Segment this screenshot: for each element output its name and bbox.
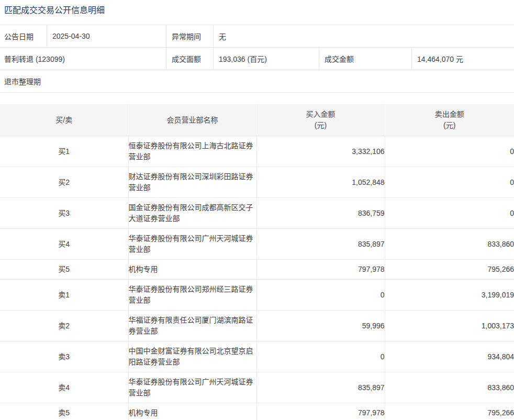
sell-amount: 0 bbox=[385, 136, 514, 167]
side-label: 卖4 bbox=[0, 372, 128, 403]
sell-amount: 934,804 bbox=[385, 341, 514, 372]
buy-amount: 0 bbox=[256, 341, 385, 372]
security-name: 普利转退 (123099) bbox=[0, 48, 166, 70]
table-row: 买5 机构专用 797,978 795,266 bbox=[0, 260, 514, 280]
table-row: 买2 财达证券股份有限公司深圳彩田路证券 营业部 1,052,848 0 bbox=[0, 167, 514, 198]
sell-amount: 833,860 bbox=[385, 372, 514, 403]
table-row: 买4 华泰证券股份有限公司广州天河城证券 营业部 835,897 833,860 bbox=[0, 229, 514, 260]
side-label: 买1 bbox=[0, 136, 128, 167]
side-label: 买2 bbox=[0, 167, 128, 198]
side-label: 买5 bbox=[0, 260, 128, 280]
side-label: 买3 bbox=[0, 198, 128, 229]
branch-name: 华泰证券股份有限公司广州天河城证券 营业部 bbox=[128, 372, 256, 403]
branch-name: 财达证券股份有限公司深圳彩田路证券 营业部 bbox=[128, 167, 256, 198]
col-header-buy-amount: 买入金额 (元) bbox=[256, 104, 385, 136]
buy-amount: 0 bbox=[256, 280, 385, 311]
face-amount-label: 成交面额 bbox=[166, 48, 214, 70]
buy-amount: 1,052,848 bbox=[256, 167, 385, 198]
side-label: 卖5 bbox=[0, 403, 128, 420]
side-label: 卖3 bbox=[0, 341, 128, 372]
buy-amount: 59,996 bbox=[256, 311, 385, 341]
branch-name: 机构专用 bbox=[128, 260, 256, 280]
buy-amount: 835,897 bbox=[256, 372, 385, 403]
branch-name: 中国中金财富证券有限公司北京望京启 阳路证券营业部 bbox=[128, 341, 256, 372]
table-row: 卖3 中国中金财富证券有限公司北京望京启 阳路证券营业部 0 934,804 bbox=[0, 341, 514, 372]
buy-amount: 3,332,106 bbox=[256, 136, 385, 167]
face-amount-value: 193,036 (百元) bbox=[214, 48, 319, 70]
table-row: 卖4 华泰证券股份有限公司广州天河城证券 营业部 835,897 833,860 bbox=[0, 372, 514, 403]
sell-amount: 1,003,173 bbox=[385, 311, 514, 341]
info-row-3: 退市整理期 bbox=[0, 70, 514, 93]
buy-amount: 835,897 bbox=[256, 229, 385, 260]
info-row-2: 普利转退 (123099) 成交面额 193,036 (百元) 成交金额 14,… bbox=[0, 48, 514, 70]
summary-info-grid: 公告日期 2025-04-30 异常期间 无 普利转退 (123099) 成交面… bbox=[0, 25, 514, 93]
announce-date-label: 公告日期 bbox=[0, 25, 47, 47]
branch-name: 华泰证券股份有限公司广州天河城证券 营业部 bbox=[128, 229, 256, 260]
abnormal-period-value: 无 bbox=[214, 31, 514, 41]
side-label: 卖1 bbox=[0, 280, 128, 311]
trade-detail-table: 买/卖 会员营业部名称 买入金额 (元) 卖出金额 (元) 买1 恒泰证券股份有… bbox=[0, 104, 514, 420]
branch-name: 华福证券有限责任公司厦门湖滨南路证 券营业部 bbox=[128, 311, 256, 341]
sell-amount: 795,266 bbox=[385, 260, 514, 280]
page-title: 匹配成交交易公开信息明细 bbox=[4, 5, 514, 16]
table-row: 卖1 华泰证券股份有限公司郑州经三路证券 营业部 0 3,199,019 bbox=[0, 280, 514, 311]
branch-name: 恒泰证券股份有限公司上海古北路证券 营业部 bbox=[128, 136, 256, 167]
sell-amount: 795,266 bbox=[385, 403, 514, 420]
table-row: 卖5 机构专用 797,978 795,266 bbox=[0, 403, 514, 420]
table-row: 买1 恒泰证券股份有限公司上海古北路证券 营业部 3,332,106 0 bbox=[0, 136, 514, 167]
buy-amount: 836,759 bbox=[256, 198, 385, 229]
buy-amount: 797,978 bbox=[256, 403, 385, 420]
info-row-1: 公告日期 2025-04-30 异常期间 无 bbox=[0, 25, 514, 48]
turnover-value: 14,464,070 元 bbox=[412, 53, 514, 64]
announce-date-value: 2025-04-30 bbox=[47, 25, 166, 47]
table-row: 买3 国金证券股份有限公司成都高新区交子 大道证券营业部 836,759 0 bbox=[0, 198, 514, 229]
side-label: 买4 bbox=[0, 229, 128, 260]
branch-name: 华泰证券股份有限公司郑州经三路证券 营业部 bbox=[128, 280, 256, 311]
sell-amount: 3,199,019 bbox=[385, 280, 514, 311]
turnover-label: 成交金额 bbox=[319, 48, 412, 70]
abnormal-period-label: 异常期间 bbox=[166, 25, 214, 47]
table-row: 卖2 华福证券有限责任公司厦门湖滨南路证 券营业部 59,996 1,003,1… bbox=[0, 311, 514, 341]
col-header-sell-amount: 卖出金额 (元) bbox=[385, 104, 514, 136]
sell-amount: 833,860 bbox=[385, 229, 514, 260]
sell-amount: 0 bbox=[385, 198, 514, 229]
side-label: 卖2 bbox=[0, 311, 128, 341]
sell-amount: 0 bbox=[385, 167, 514, 198]
table-header-row: 买/卖 会员营业部名称 买入金额 (元) 卖出金额 (元) bbox=[0, 104, 514, 136]
branch-name: 机构专用 bbox=[128, 403, 256, 420]
branch-name: 国金证券股份有限公司成都高新区交子 大道证券营业部 bbox=[128, 198, 256, 229]
col-header-branch: 会员营业部名称 bbox=[128, 104, 256, 136]
buy-amount: 797,978 bbox=[256, 260, 385, 280]
period-status: 退市整理期 bbox=[0, 76, 514, 86]
col-header-side: 买/卖 bbox=[0, 104, 128, 136]
